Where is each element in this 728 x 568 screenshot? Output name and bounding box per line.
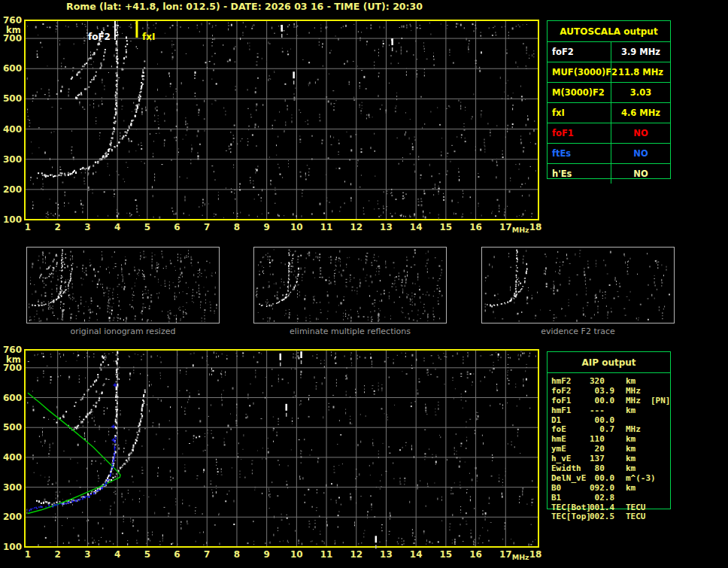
x-tick: 1 bbox=[25, 222, 31, 232]
param-unit: TECU bbox=[626, 503, 646, 512]
y-tick: 200 bbox=[3, 512, 22, 522]
x-tick: 11 bbox=[320, 549, 333, 560]
x-tick: 7 bbox=[204, 222, 210, 232]
aip-row: h_vE137km bbox=[547, 454, 720, 463]
x-tick: 10 bbox=[290, 222, 303, 232]
table-row: foF2 3.9 MHz bbox=[548, 42, 670, 62]
param-unit: km bbox=[626, 454, 635, 463]
param-label: foF2 bbox=[551, 386, 572, 396]
ionogram-top-plot: 760700600500400300200100km12345678910111… bbox=[0, 11, 549, 237]
table-row: M(3000)F2 3.03 bbox=[548, 82, 670, 102]
x-tick: 13 bbox=[380, 222, 393, 232]
param-label: MUF(3000)F2 bbox=[548, 62, 611, 82]
x-tick: 4 bbox=[114, 222, 120, 232]
panel-caption: original ionogram resized bbox=[26, 327, 220, 336]
x-tick: 12 bbox=[350, 549, 362, 560]
x-axis-unit: MHz bbox=[512, 226, 529, 234]
param-value: 00.0 bbox=[590, 415, 614, 425]
aip-row: ymE 20km bbox=[547, 444, 720, 454]
x-tick: 11 bbox=[320, 222, 333, 232]
x-tick: 16 bbox=[469, 222, 482, 232]
x-tick: 17 bbox=[499, 549, 512, 560]
param-label: ymE bbox=[551, 444, 566, 454]
x-tick: 13 bbox=[380, 549, 393, 560]
aip-row: TEC[Top]002.5TECU bbox=[547, 512, 720, 521]
param-label: ftEs bbox=[548, 144, 611, 163]
annotation-foF2: foF2 bbox=[88, 32, 111, 42]
param-label: B1 bbox=[551, 493, 561, 503]
param-value: 00.0 bbox=[590, 396, 614, 405]
y-tick: 300 bbox=[3, 482, 22, 493]
aip-row: foF1 00.0MHz[PN] bbox=[547, 396, 720, 405]
y-tick: 300 bbox=[3, 154, 22, 165]
param-unit: km bbox=[626, 463, 635, 473]
param-label: TEC[Bot] bbox=[551, 503, 591, 512]
param-unit: MHz bbox=[626, 396, 641, 405]
x-tick: 15 bbox=[440, 222, 453, 232]
x-tick: 2 bbox=[55, 549, 61, 560]
aip-row: hmF1---km bbox=[547, 405, 720, 415]
panel-evidence-f2-trace bbox=[481, 247, 675, 323]
x-tick: 15 bbox=[440, 549, 453, 560]
x-tick: 8 bbox=[234, 549, 240, 560]
param-unit: TECU bbox=[626, 512, 646, 521]
panel-caption: evidence F2 trace bbox=[481, 327, 675, 336]
param-value: 4.6 MHz bbox=[611, 103, 670, 123]
y-tick: 760 bbox=[3, 345, 22, 355]
param-value: 002.5 bbox=[590, 512, 614, 521]
param-value: 001.4 bbox=[590, 503, 614, 512]
x-tick: 6 bbox=[174, 222, 180, 232]
autoscala-table-header: AUTOSCALA output bbox=[548, 21, 670, 42]
y-axis-unit: km bbox=[6, 25, 21, 35]
param-unit: km bbox=[626, 376, 635, 386]
x-tick: 1 bbox=[25, 549, 31, 560]
x-tick: 14 bbox=[410, 222, 423, 232]
x-tick: 9 bbox=[263, 222, 269, 232]
aip-row: foE 0.7MHz bbox=[547, 424, 720, 434]
param-label: hmF1 bbox=[551, 405, 572, 415]
x-axis-unit: MHz bbox=[512, 553, 529, 561]
param-label: h'Es bbox=[548, 164, 611, 184]
param-unit: MHz bbox=[626, 386, 641, 396]
param-value: 320 bbox=[590, 376, 605, 386]
param-unit: km bbox=[626, 444, 635, 454]
x-tick: 18 bbox=[529, 222, 542, 232]
table-row: foF1 NO bbox=[548, 123, 670, 143]
param-value: 03.9 bbox=[590, 386, 614, 396]
x-tick: 12 bbox=[350, 222, 362, 232]
param-label: h_vE bbox=[551, 454, 572, 463]
panel-caption: eliminate multiple reflections bbox=[253, 327, 447, 336]
x-tick: 3 bbox=[84, 549, 90, 560]
param-unit: km bbox=[626, 434, 635, 444]
x-tick: 18 bbox=[529, 549, 542, 560]
param-value: 0.7 bbox=[590, 424, 614, 434]
y-tick: 200 bbox=[3, 184, 22, 195]
param-value: NO bbox=[611, 144, 670, 163]
param-label: foF1 bbox=[551, 396, 572, 405]
param-label: foE bbox=[551, 424, 566, 434]
aip-row: D1 00.0 bbox=[547, 415, 720, 425]
y-tick: 100 bbox=[3, 542, 22, 552]
y-tick: 600 bbox=[3, 63, 22, 74]
x-tick: 14 bbox=[410, 549, 423, 560]
param-value: 137 bbox=[590, 454, 605, 463]
panel-eliminate-multiple-reflections bbox=[253, 247, 447, 323]
x-tick: 5 bbox=[144, 222, 150, 232]
param-note: [PN] bbox=[651, 396, 671, 405]
y-tick: 500 bbox=[3, 422, 22, 433]
y-tick: 500 bbox=[3, 93, 22, 104]
param-label: D1 bbox=[551, 415, 561, 425]
param-label: hmF2 bbox=[551, 376, 572, 386]
aip-row: hmE110km bbox=[547, 434, 720, 444]
y-axis-unit: km bbox=[6, 354, 21, 365]
panel-original-ionogram bbox=[26, 247, 220, 323]
param-label: M(3000)F2 bbox=[548, 83, 611, 102]
param-unit: m^(-3) bbox=[626, 473, 656, 483]
aip-row: hmF2320km bbox=[547, 376, 720, 386]
param-label: B0 bbox=[551, 483, 561, 493]
aip-row: B1 02.8 bbox=[547, 493, 720, 503]
param-unit: km bbox=[626, 405, 635, 415]
y-tick: 400 bbox=[3, 452, 22, 463]
param-value: NO bbox=[611, 123, 670, 143]
autoscala-screen: Rome (lat: +41.8, lon: 012.5) - DATE: 20… bbox=[0, 0, 728, 568]
